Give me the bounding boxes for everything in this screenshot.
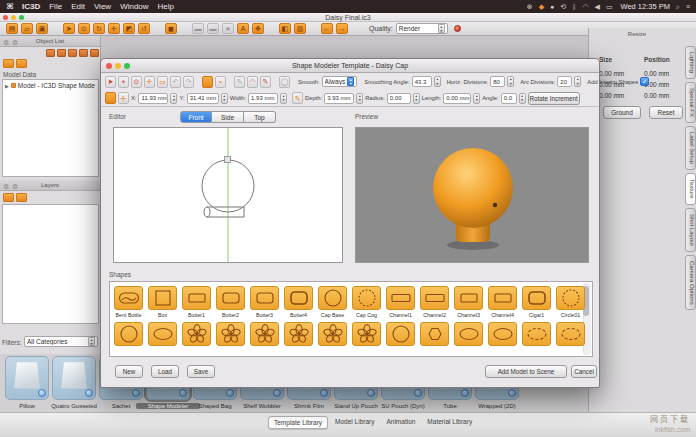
side-tab-lighting[interactable]: Lighting — [685, 46, 696, 79]
shape-tile-channel2[interactable] — [420, 286, 449, 310]
menu-view[interactable]: View — [94, 2, 111, 11]
redo-icon[interactable]: ↷ — [183, 76, 194, 88]
pencil-tool-icon[interactable]: ✎ — [234, 76, 245, 88]
folder-icon[interactable] — [16, 59, 27, 68]
marquee-tool-icon[interactable]: ▭ — [157, 76, 168, 88]
app-status-icon[interactable]: ◆ — [539, 3, 544, 11]
info-badge-icon[interactable] — [179, 389, 187, 397]
add-point-icon[interactable]: ✛ — [118, 92, 129, 104]
select-tool-icon[interactable]: ➤ — [105, 76, 116, 88]
cancel-button[interactable]: Cancel — [571, 365, 597, 378]
menu-ic3d[interactable]: IC3D — [22, 2, 40, 11]
shape-tile[interactable] — [488, 322, 517, 346]
view-tab-side[interactable]: Side — [212, 111, 244, 123]
box-tool-icon[interactable]: ◼ — [165, 23, 177, 34]
point-tool-icon[interactable]: • — [215, 76, 226, 88]
zoom-icon[interactable]: ⊙ — [78, 23, 90, 34]
quality-stepper[interactable]: ▴▾ — [438, 24, 445, 33]
move-icon[interactable]: ✛ — [108, 23, 120, 34]
template-thumb-quatro-gusseted[interactable] — [52, 356, 96, 400]
smoothing-angle-stepper[interactable]: ▴▾ — [434, 76, 441, 87]
spotlight-icon[interactable]: ⌕ — [676, 3, 680, 11]
load-button[interactable]: Load — [151, 365, 179, 378]
object-tree[interactable]: ▶ Model - IC3D Shape Mode — [2, 79, 99, 177]
length-stepper[interactable]: ▴▾ — [473, 93, 480, 104]
menu-clock[interactable]: Wed 12:35 PM — [621, 2, 670, 11]
add-layer-icon[interactable] — [3, 193, 14, 202]
new-document-icon[interactable]: ▤ — [6, 23, 18, 34]
shape-tile-cap-cog[interactable] — [352, 286, 381, 310]
node-tool-icon[interactable]: ✛ — [144, 76, 155, 88]
arc-divisions-field[interactable]: 20 — [557, 76, 572, 87]
text-tool-icon[interactable]: A — [237, 23, 249, 34]
side-tab-special-fx[interactable]: Special FX — [685, 82, 696, 123]
shape-tile-circle01[interactable] — [556, 286, 585, 310]
length-field[interactable]: 0.00 mm — [443, 93, 471, 104]
object-tool-icon[interactable] — [57, 49, 66, 57]
disclosure-triangle-icon[interactable]: ▶ — [5, 83, 9, 89]
gear-icon[interactable]: ⚙ — [12, 181, 18, 192]
side-tab-shot-layout[interactable]: Shot Layout — [685, 208, 696, 252]
effects-icon[interactable]: ★ — [222, 23, 234, 34]
gear-icon[interactable]: ⚙ — [12, 37, 18, 48]
shape-tile-butter1[interactable] — [182, 286, 211, 310]
info-badge-icon[interactable] — [273, 389, 281, 397]
object-tool-icon[interactable] — [79, 49, 88, 57]
tab-template-library[interactable]: Template Library — [268, 416, 328, 429]
info-badge-icon[interactable] — [85, 389, 93, 397]
save-button[interactable]: Save — [187, 365, 215, 378]
editor-canvas[interactable] — [113, 127, 343, 263]
orbit-icon[interactable]: ↻ — [93, 23, 105, 34]
smooth-dropdown[interactable]: Always ▴▾ — [322, 76, 358, 87]
save-icon[interactable]: ▣ — [36, 23, 48, 34]
material-icon[interactable]: ◧ — [279, 23, 291, 34]
shape-tile-channel4[interactable] — [488, 286, 517, 310]
side-tab-label-setup[interactable]: Label Setup — [685, 126, 696, 170]
edit-pencil-icon[interactable]: ✎ — [292, 92, 303, 104]
wifi-icon[interactable]: ◠ — [582, 3, 588, 11]
battery-icon[interactable]: ▭ — [606, 3, 613, 11]
zoom-tool-icon[interactable]: ⊙ — [131, 76, 142, 88]
reset-button[interactable]: Reset — [649, 106, 683, 119]
direct-select-icon[interactable]: ⌖ — [118, 76, 129, 88]
refresh-icon[interactable]: ↺ — [138, 23, 150, 34]
info-badge-icon[interactable] — [414, 389, 422, 397]
menu-file[interactable]: File — [49, 2, 62, 11]
volume-icon[interactable]: ◀ — [594, 3, 599, 11]
info-badge-icon[interactable] — [226, 389, 234, 397]
side-tab-texture[interactable]: Texture — [685, 173, 696, 205]
depth-stepper[interactable]: ▴▾ — [356, 93, 363, 104]
horiz-divisions-field[interactable]: 80 — [490, 76, 505, 87]
radius-stepper[interactable]: ▴▾ — [413, 93, 420, 104]
undo-icon[interactable]: ← — [321, 23, 333, 34]
gear-icon[interactable]: ⚙ — [3, 181, 9, 192]
radius-field[interactable]: 0.00 — [387, 93, 411, 104]
filters-stepper[interactable]: ▴▾ — [88, 337, 95, 346]
angle-stepper[interactable]: ▴▾ — [519, 93, 526, 104]
menu-edit[interactable]: Edit — [71, 2, 85, 11]
view-tab-top[interactable]: Top — [244, 111, 276, 123]
y-stepper[interactable]: ▴▾ — [221, 93, 228, 104]
new-button[interactable]: New — [115, 365, 143, 378]
object-tool-icon[interactable] — [68, 49, 77, 57]
info-badge-icon[interactable] — [461, 389, 469, 397]
object-tool-icon[interactable] — [46, 49, 55, 57]
angle-field[interactable]: 0.0 — [501, 93, 517, 104]
shape-tile[interactable] — [420, 322, 449, 346]
smoothing-angle-field[interactable]: 43.3 — [412, 76, 432, 87]
shape-tile-channel3[interactable] — [454, 286, 483, 310]
scale-icon[interactable]: ◩ — [123, 23, 135, 34]
y-field[interactable]: 31.41 mm — [187, 93, 219, 104]
preview-canvas[interactable] — [355, 127, 589, 263]
add-folder-icon[interactable] — [3, 59, 14, 68]
shape-tile-butter2[interactable] — [216, 286, 245, 310]
rotate-increment-button[interactable]: Rotate Increment — [528, 92, 580, 105]
layers-list[interactable] — [2, 204, 99, 324]
shape-tile[interactable] — [386, 322, 415, 346]
hand-tool-icon[interactable]: ✥ — [252, 23, 264, 34]
filters-dropdown[interactable]: All Categories ▴▾ — [24, 336, 98, 347]
redo-icon[interactable]: → — [336, 23, 348, 34]
record-button[interactable] — [454, 25, 461, 32]
shape-tile[interactable] — [522, 322, 551, 346]
ellipse-tool-icon[interactable]: ◯ — [279, 76, 290, 88]
